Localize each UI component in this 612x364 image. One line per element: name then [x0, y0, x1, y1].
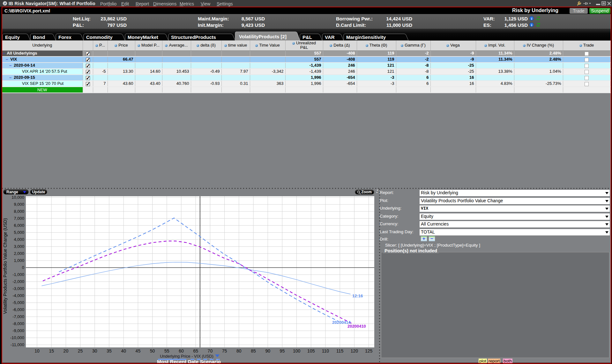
svg-text:StructuredProducts: StructuredProducts [171, 34, 216, 40]
svg-text:12:16: 12:16 [352, 293, 363, 298]
svg-text:-4,000: -4,000 [12, 293, 24, 298]
svg-text:85: 85 [251, 348, 256, 353]
svg-text:-1,000: -1,000 [12, 272, 24, 277]
svg-text:Volatility Products Portfolio: Volatility Products Portfolio Value Chan… [3, 218, 8, 314]
svg-text:9,000: 9,000 [14, 202, 24, 207]
svg-text:75: 75 [222, 348, 227, 353]
svg-text:-8,000: -8,000 [12, 321, 24, 326]
svg-text:2,000: 2,000 [14, 251, 24, 256]
svg-text:-10,000: -10,000 [10, 335, 24, 340]
svg-text:35: 35 [107, 348, 112, 353]
svg-text:45: 45 [136, 348, 141, 353]
svg-text:100: 100 [293, 348, 301, 353]
svg-text:105: 105 [307, 348, 315, 353]
svg-text:Bond: Bond [33, 34, 45, 40]
svg-text:Commodity: Commodity [86, 34, 113, 40]
svg-text:+: + [422, 236, 425, 241]
svg-text:115: 115 [336, 348, 344, 353]
svg-text:55: 55 [164, 348, 169, 353]
svg-text:P&L: P&L [302, 34, 312, 40]
svg-text:30: 30 [92, 348, 97, 353]
svg-text:-6,000: -6,000 [12, 307, 24, 312]
svg-text:-5,000: -5,000 [12, 300, 24, 305]
svg-text:95: 95 [280, 348, 285, 353]
svg-text:Equity: Equity [5, 34, 20, 40]
svg-text:i: i [531, 17, 532, 20]
svg-text:25: 25 [78, 348, 83, 353]
svg-text:-9,000: -9,000 [12, 328, 24, 333]
svg-text:MarginSensitivity: MarginSensitivity [346, 34, 386, 40]
svg-text:Forex: Forex [58, 34, 72, 40]
svg-text:15: 15 [49, 348, 54, 353]
svg-text:90: 90 [265, 348, 270, 353]
svg-text:125: 125 [365, 348, 373, 353]
svg-text:3,000: 3,000 [14, 244, 24, 249]
svg-text:120: 120 [351, 348, 358, 353]
svg-text:10,000: 10,000 [11, 195, 24, 200]
svg-text:80: 80 [236, 348, 242, 353]
svg-text:−: − [430, 236, 433, 241]
svg-text:65: 65 [193, 348, 198, 353]
svg-text:Underlying Price - VIX (USD): Underlying Price - VIX (USD) [160, 354, 213, 359]
svg-text:i: i [531, 23, 532, 27]
svg-text:20: 20 [63, 348, 69, 353]
svg-text:MoneyMarket: MoneyMarket [128, 34, 158, 40]
svg-text:0: 0 [22, 265, 24, 270]
svg-text:4,000: 4,000 [14, 237, 24, 242]
svg-text:40: 40 [121, 348, 126, 353]
svg-text:20200410: 20200410 [347, 324, 366, 329]
svg-text:10: 10 [34, 348, 40, 353]
svg-text:-11,000: -11,000 [11, 342, 24, 347]
svg-text:6,000: 6,000 [14, 223, 24, 228]
svg-text:VolatilityProducts [2]: VolatilityProducts [2] [239, 34, 287, 39]
svg-text:VAR: VAR [325, 34, 335, 40]
svg-text:7,000: 7,000 [14, 216, 24, 221]
svg-text:70: 70 [208, 348, 213, 353]
svg-text:5,000: 5,000 [14, 230, 24, 235]
svg-text:-2,000: -2,000 [12, 279, 24, 284]
svg-text:1,000: 1,000 [14, 258, 24, 263]
svg-text:8,000: 8,000 [14, 209, 24, 214]
svg-text:-3,000: -3,000 [12, 286, 24, 291]
svg-text:-7,000: -7,000 [12, 314, 24, 319]
svg-text:60: 60 [179, 348, 184, 353]
svg-text:Most Recent Date Scenario: Most Recent Date Scenario [157, 359, 221, 364]
svg-text:110: 110 [322, 348, 329, 353]
svg-text:50: 50 [150, 348, 155, 353]
